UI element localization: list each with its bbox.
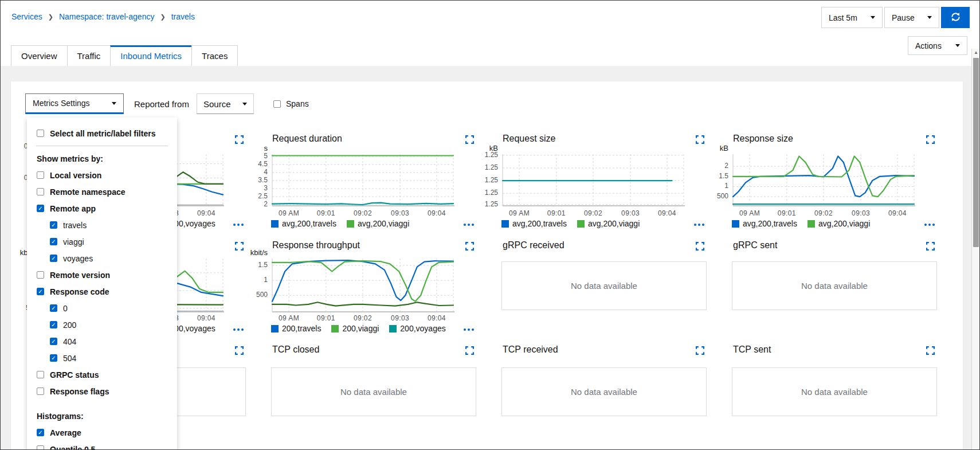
- menu-item-checkbox[interactable]: ✓: [50, 255, 57, 262]
- x-axis-tick-label: 09:02: [584, 209, 602, 217]
- breadcrumb-link-services[interactable]: Services: [11, 12, 42, 21]
- legend-item[interactable]: avg,200,travels: [501, 219, 567, 228]
- legend-item[interactable]: 200,viaggi: [331, 324, 379, 333]
- expand-chart-icon[interactable]: [926, 242, 935, 251]
- expand-chart-icon[interactable]: [235, 135, 244, 144]
- menu-item-grpc-status[interactable]: GRPC status: [27, 366, 177, 383]
- menu-item-response-flags[interactable]: Response flags: [27, 383, 177, 400]
- menu-item-checkbox[interactable]: ✓: [37, 288, 44, 295]
- chart-title: Response size: [733, 134, 793, 144]
- duration-dropdown[interactable]: Last 5m: [821, 7, 883, 28]
- menu-item-label: voyages: [63, 254, 93, 263]
- menu-item-viaggi[interactable]: ✓viaggi: [27, 233, 177, 250]
- menu-item-checkbox[interactable]: ✓: [50, 354, 57, 362]
- expand-chart-icon[interactable]: [235, 346, 244, 355]
- menu-item-0[interactable]: ✓0: [27, 300, 177, 316]
- x-axis-tick-label: 09:03: [391, 314, 409, 322]
- legend-item[interactable]: avg,200,viaggi: [807, 219, 870, 228]
- menu-item-504[interactable]: ✓504: [27, 350, 177, 366]
- chart-options-kebab[interactable]: [464, 221, 474, 229]
- menu-item-checkbox[interactable]: ✓: [37, 205, 44, 212]
- chart-options-kebab[interactable]: [233, 326, 244, 334]
- menu-item-checkbox[interactable]: [37, 388, 44, 395]
- menu-item-checkbox[interactable]: [37, 371, 44, 378]
- expand-chart-icon[interactable]: [926, 346, 935, 355]
- legend-item[interactable]: avg,200,travels: [732, 219, 797, 228]
- menu-item-remote-version[interactable]: Remote version: [27, 267, 177, 283]
- menu-item-remote-namespace[interactable]: Remote namespace: [27, 183, 177, 200]
- metrics-settings-dropdown[interactable]: Metrics Settings: [25, 93, 124, 114]
- kebab-dot-icon: [932, 224, 935, 226]
- chart-title: TCP sent: [733, 345, 771, 355]
- reported-from-label: Reported from: [134, 99, 189, 109]
- chart-options-kebab[interactable]: [924, 221, 935, 229]
- menu-item-average[interactable]: ✓Average: [27, 424, 177, 441]
- menu-item-checkbox[interactable]: ✓: [37, 429, 44, 436]
- refresh-interval-dropdown[interactable]: Pause: [884, 7, 939, 28]
- y-axis-tick-label: 1.25: [467, 189, 498, 197]
- select-all-checkbox[interactable]: [37, 130, 44, 137]
- menu-item-remote-app[interactable]: ✓Remote app: [27, 200, 177, 217]
- refresh-button[interactable]: [941, 7, 970, 28]
- menu-item-checkbox[interactable]: [37, 445, 44, 450]
- menu-item-checkbox[interactable]: ✓: [50, 221, 57, 229]
- legend-item[interactable]: avg,200,viaggi: [577, 219, 640, 228]
- legend-item[interactable]: 200,voyages: [389, 324, 445, 333]
- x-axis-tick-label: 09:04: [428, 209, 446, 217]
- kebab-dot-icon: [694, 224, 696, 226]
- vertical-scrollbar[interactable]: ▲: [971, 49, 980, 450]
- legend-item[interactable]: avg,200,travels: [271, 219, 336, 228]
- tab-inbound-metrics[interactable]: Inbound Metrics: [110, 45, 192, 67]
- menu-item-checkbox[interactable]: ✓: [50, 321, 57, 328]
- tab-traces[interactable]: Traces: [191, 45, 238, 67]
- y-axis-tick-label: 2.5: [237, 192, 268, 200]
- breadcrumb-link-service[interactable]: travels: [171, 12, 195, 21]
- menu-item-local-version[interactable]: Local version: [27, 167, 177, 183]
- menu-item-response-code[interactable]: ✓Response code: [27, 283, 177, 300]
- menu-item-checkbox[interactable]: ✓: [50, 238, 57, 245]
- menu-item-checkbox[interactable]: [37, 188, 44, 195]
- menu-item-checkbox[interactable]: ✓: [50, 304, 57, 312]
- expand-chart-icon[interactable]: [465, 135, 474, 144]
- chart-options-kebab[interactable]: [694, 221, 704, 229]
- breadcrumb-link-namespace[interactable]: Namespace: travel-agency: [59, 12, 155, 21]
- chart-options-kebab[interactable]: [464, 326, 474, 334]
- expand-chart-icon[interactable]: [696, 242, 704, 251]
- legend-item[interactable]: avg,200,viaggi: [347, 219, 409, 228]
- actions-dropdown[interactable]: Actions: [908, 36, 967, 55]
- menu-item-travels[interactable]: ✓travels: [27, 217, 177, 233]
- expand-chart-icon[interactable]: [696, 346, 704, 355]
- tab-overview[interactable]: Overview: [11, 45, 68, 67]
- expand-chart-icon[interactable]: [465, 242, 474, 251]
- legend-swatch: [501, 220, 509, 228]
- chevron-down-icon: [242, 103, 247, 108]
- menu-item-label: Average: [50, 428, 81, 437]
- scrollbar-thumb[interactable]: [973, 58, 979, 247]
- kebab-dot-icon: [472, 224, 474, 226]
- kebab-dot-icon: [924, 224, 927, 226]
- legend-item[interactable]: 200,travels: [271, 324, 321, 333]
- expand-chart-icon[interactable]: [696, 135, 704, 144]
- menu-item-checkbox[interactable]: [37, 271, 44, 279]
- kebab-dot-icon: [698, 224, 700, 226]
- kiali-service-metrics-screen: Services ❯ Namespace: travel-agency ❯ tr…: [0, 0, 980, 450]
- menu-item-voyages[interactable]: ✓voyages: [27, 250, 177, 267]
- menu-item-200[interactable]: ✓200: [27, 316, 177, 333]
- metrics-settings-label: Metrics Settings: [33, 99, 90, 108]
- tab-traffic[interactable]: Traffic: [67, 45, 111, 67]
- menu-item-select-all[interactable]: Select all metric/label filters: [27, 125, 177, 142]
- menu-item-quantile-0-5[interactable]: Quantile 0.5: [27, 441, 177, 450]
- spans-checkbox[interactable]: [273, 100, 281, 108]
- expand-chart-icon[interactable]: [465, 346, 474, 355]
- menu-item-label: Response code: [50, 287, 109, 296]
- chevron-down-icon: [927, 16, 932, 21]
- menu-item-checkbox[interactable]: [37, 171, 44, 179]
- scroll-up-icon[interactable]: ▲: [972, 50, 980, 55]
- menu-item-label: Response flags: [50, 387, 109, 396]
- menu-item-checkbox[interactable]: ✓: [50, 338, 57, 345]
- no-data-panel: No data available: [501, 261, 707, 310]
- chart-options-kebab[interactable]: [233, 221, 244, 229]
- reported-from-select[interactable]: Source: [197, 93, 254, 114]
- menu-item-404[interactable]: ✓404: [27, 333, 177, 350]
- expand-chart-icon[interactable]: [926, 135, 935, 144]
